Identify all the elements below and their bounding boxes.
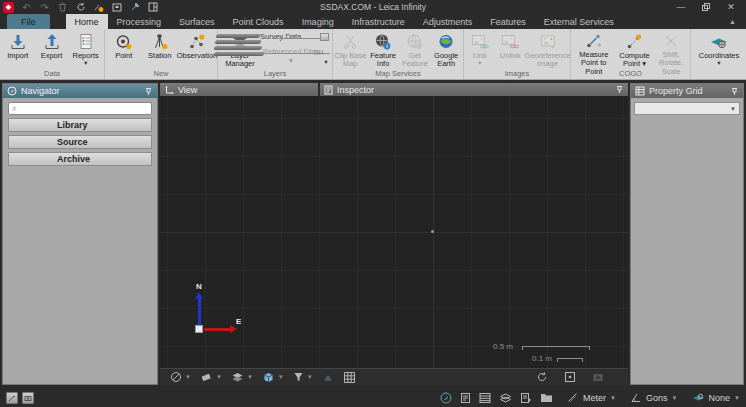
select-mode-dropdown-icon[interactable]: ▼	[185, 374, 191, 380]
ribbon-group-map-services: Clip Base Map i Feature Info Get Feature…	[333, 29, 464, 79]
tab-home[interactable]: Home	[66, 14, 108, 29]
compute-point-icon	[625, 32, 643, 51]
statusbar-inspector-icon[interactable]	[460, 392, 471, 404]
eraser-dropdown-icon[interactable]: ▼	[216, 374, 222, 380]
filter-button[interactable]: ▼	[293, 371, 313, 383]
app-logo-icon[interactable]: ◆	[3, 2, 14, 13]
window-layout-icon[interactable]	[147, 2, 158, 13]
view-3d-button[interactable]: ▼	[262, 371, 284, 384]
tab-external-services[interactable]: External Services	[535, 14, 623, 29]
eraser-tool-button[interactable]: ▼	[200, 371, 222, 383]
statusbar-folder-icon[interactable]	[540, 392, 553, 403]
property-grid-selector[interactable]: ▼	[634, 102, 740, 115]
refresh-icon[interactable]	[75, 2, 86, 13]
navigator-item-archive[interactable]: Archive	[8, 152, 152, 166]
minimize-button[interactable]: —	[676, 0, 686, 14]
statusbar-layers-icon[interactable]	[499, 392, 512, 404]
compute-point-button[interactable]: Compute Point ▾	[616, 30, 654, 69]
distance-unit-value: Meter	[583, 393, 606, 403]
map-canvas[interactable]: N E 0.5 m 0.1 m	[160, 96, 628, 368]
tab-adjustments[interactable]: Adjustments	[414, 14, 482, 29]
reports-button[interactable]: Reports ▼	[68, 30, 103, 69]
new-station-button[interactable]: Station	[142, 30, 179, 69]
restore-button[interactable]	[702, 3, 710, 11]
navigator-search[interactable]: ⌕	[8, 102, 152, 115]
clip-base-map-button[interactable]: Clip Base Map	[334, 30, 367, 69]
export-button[interactable]: Export	[35, 30, 69, 69]
select-mode-button[interactable]: ▼	[170, 371, 191, 383]
axes-origin-marker	[195, 325, 203, 333]
navigator-pin-icon[interactable]	[144, 87, 153, 96]
new-point-button[interactable]: Point	[106, 30, 142, 69]
distance-unit-dropdown-icon: ▼	[610, 395, 616, 401]
import-button[interactable]: Import	[1, 30, 35, 69]
undo-icon[interactable]: ↶	[21, 2, 32, 13]
inspector-header[interactable]: Inspector	[320, 83, 628, 96]
layers-more-dropdown[interactable]: ▼	[321, 30, 331, 69]
angle-unit-selector[interactable]: Gons ▼	[630, 392, 677, 403]
archive-box-icon[interactable]	[111, 2, 122, 13]
refresh-view-icon[interactable]	[536, 371, 548, 383]
pin-layout-icon[interactable]	[129, 2, 140, 13]
layers-view-button[interactable]: ▼	[231, 371, 253, 383]
feature-info-button[interactable]: i Feature Info	[367, 30, 400, 69]
statusbar-list-icon[interactable]	[479, 392, 491, 404]
statusbar-navigator-icon[interactable]	[440, 392, 452, 404]
distance-unit-selector[interactable]: Meter ▼	[567, 392, 616, 403]
view-3d-dropdown-icon[interactable]: ▼	[278, 374, 284, 380]
measure-point-to-point-button[interactable]: Measure Point to Point	[572, 30, 616, 69]
select-mode-icon	[170, 371, 182, 383]
google-earth-button[interactable]: Google Earth	[430, 30, 462, 69]
zoom-extents-icon[interactable]	[564, 371, 576, 383]
statusbar-edit-button[interactable]	[6, 392, 18, 404]
delete-icon[interactable]	[57, 2, 68, 13]
layer-manager-button[interactable]: Layer Manager	[219, 30, 261, 69]
tab-file[interactable]: File	[7, 14, 50, 29]
referenced-files-button[interactable]: Referenced Files ▾	[261, 30, 321, 69]
link-image-icon	[471, 32, 489, 51]
crs-value: None	[709, 393, 731, 403]
tab-infrastructure[interactable]: Infrastructure	[343, 14, 414, 29]
shift-rotate-scale-button[interactable]: Shift, Rotate, Scale	[653, 30, 689, 69]
property-grid-pin-icon[interactable]	[730, 87, 739, 96]
coordinates-button[interactable]: Coordinates ▼	[692, 30, 746, 69]
statusbar-report-icon[interactable]	[520, 392, 532, 404]
snapshot-icon[interactable]	[592, 371, 604, 383]
property-grid-header[interactable]: Property Grid	[631, 84, 743, 98]
close-button[interactable]: ✕	[726, 0, 736, 14]
tab-point-clouds[interactable]: Point Clouds	[224, 14, 293, 29]
ribbon-collapse-icon[interactable]: ▲	[729, 14, 746, 29]
terrain-toggle-button[interactable]	[322, 372, 334, 383]
filter-dropdown-icon[interactable]: ▼	[307, 374, 313, 380]
statusbar-camera-button[interactable]	[22, 392, 34, 404]
navigator-header: Navigator	[3, 84, 157, 98]
scale-bar-minor	[557, 358, 583, 362]
tab-features[interactable]: Features	[481, 14, 535, 29]
unlink-image-button[interactable]: Unlink	[495, 30, 526, 69]
export-label: Export	[41, 52, 63, 60]
feature-info-label: Feature Info	[367, 52, 400, 69]
view-header[interactable]: View	[160, 83, 318, 96]
new-measurement-icon[interactable]	[93, 2, 104, 13]
redo-icon[interactable]: ↷	[39, 2, 50, 13]
east-axis-arrow	[204, 328, 230, 331]
layers-more-dropdown-icon: ▼	[323, 60, 328, 65]
georeference-image-button[interactable]: Georeference Image	[526, 30, 569, 69]
new-observation-button[interactable]: Observation	[178, 30, 216, 69]
ribbon-group-coordinates: Coordinates ▼	[691, 29, 746, 79]
grid-icon	[343, 371, 356, 384]
get-feature-button[interactable]: Get Feature	[400, 30, 431, 69]
link-image-button[interactable]: Link ▼	[465, 30, 495, 69]
navigator-item-source[interactable]: Source	[8, 135, 152, 149]
layers-view-dropdown-icon[interactable]: ▼	[247, 374, 253, 380]
crs-selector[interactable]: None ▼	[692, 392, 740, 403]
navigator-item-library[interactable]: Library	[8, 118, 152, 132]
view-toolbar: ▼ ▼ ▼ ▼ ▼	[160, 368, 628, 385]
tab-imaging[interactable]: Imaging	[293, 14, 343, 29]
link-image-label: Link	[473, 52, 487, 60]
inspector-pin-icon[interactable]	[615, 85, 624, 94]
tab-surfaces[interactable]: Surfaces	[170, 14, 224, 29]
grid-toggle-button[interactable]	[343, 371, 356, 384]
tab-processing[interactable]: Processing	[108, 14, 171, 29]
navigator-search-input[interactable]	[17, 104, 148, 113]
